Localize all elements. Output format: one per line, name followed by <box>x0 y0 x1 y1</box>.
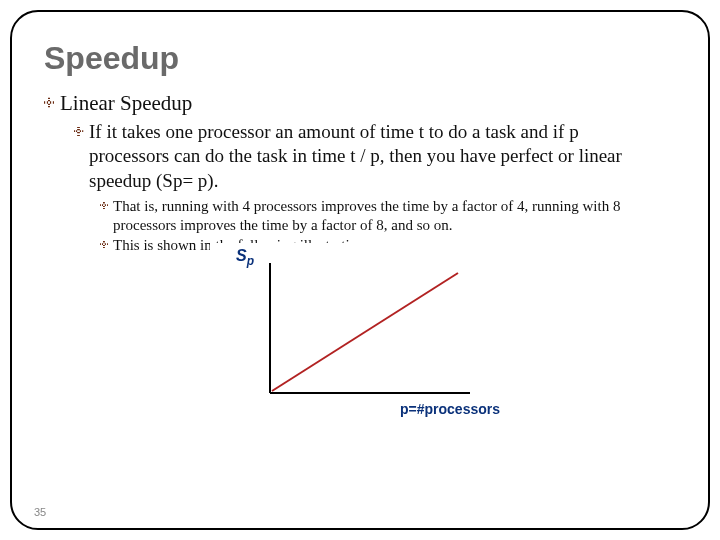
bullet-glyph-icon: ༓ <box>100 197 108 214</box>
bullet-glyph-icon: ༓ <box>100 236 108 253</box>
bullet-glyph-icon: ༓ <box>44 91 54 113</box>
bullet-level-2-text: If it takes one processor an amount of t… <box>89 120 659 193</box>
chart-series-line <box>272 273 458 391</box>
chart-svg <box>210 243 510 413</box>
slide-frame: Speedup ༓ Linear Speedup ༓ If it takes o… <box>10 10 710 530</box>
speedup-chart: Sp p=#processors <box>210 243 510 413</box>
bullet-level-3-text: That is, running with 4 processors impro… <box>113 197 653 235</box>
bullet-level-1-text: Linear Speedup <box>60 91 192 116</box>
chart-x-label: p=#processors <box>400 401 500 417</box>
slide-title: Speedup <box>44 40 676 77</box>
chart-y-label: Sp <box>236 247 254 268</box>
bullet-glyph-icon: ༓ <box>74 120 83 141</box>
bullet-level-2: ༓ If it takes one processor an amount of… <box>74 120 676 193</box>
bullet-level-1: ༓ Linear Speedup <box>44 91 676 116</box>
page-number: 35 <box>34 506 46 518</box>
